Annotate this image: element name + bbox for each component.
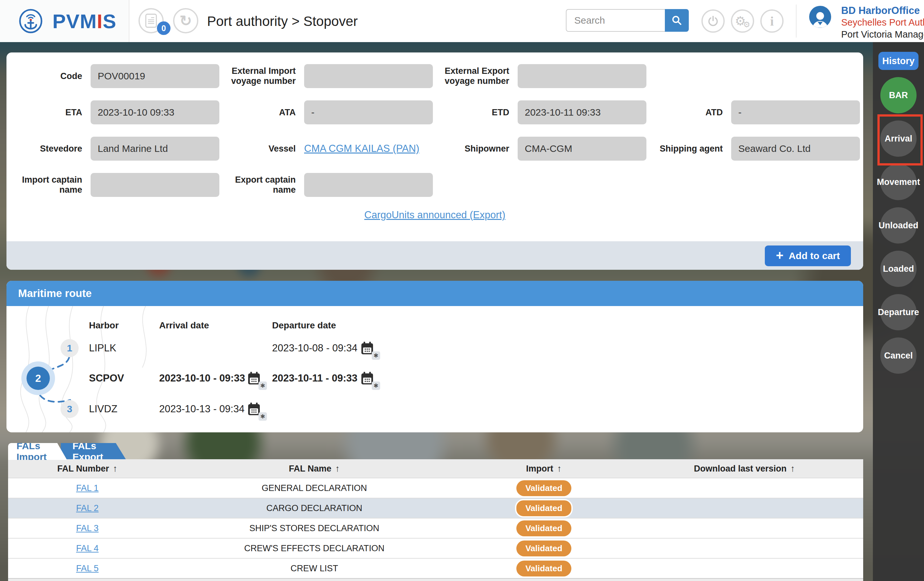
- fal-1-name: GENERAL DECLARATION: [167, 483, 462, 493]
- stop-3-harbor: LIVDZ: [89, 402, 117, 417]
- refresh-button[interactable]: ↻: [173, 8, 198, 33]
- fal-4-name: CREW'S EFFECTS DECLARATION: [167, 543, 462, 553]
- estimated-asterisk-badge: ✱: [259, 412, 267, 421]
- sort-asc-icon: ↑: [557, 463, 562, 473]
- external-import-voyage-field[interactable]: [304, 64, 433, 88]
- fal-4-link[interactable]: FAL 4: [76, 543, 99, 553]
- maritime-route-body: Harbor Arrival date Departure date 1 LIP…: [7, 306, 863, 432]
- estimated-asterisk-badge: ✱: [372, 381, 380, 390]
- external-export-voyage-label: External Export voyage number: [434, 66, 518, 86]
- estimated-asterisk-badge: ✱: [372, 351, 380, 360]
- eta-label: ETA: [7, 108, 91, 118]
- atd-label: ATD: [647, 108, 731, 118]
- col-download-last-version[interactable]: Download last version↑: [626, 463, 863, 474]
- history-button[interactable]: History: [878, 52, 919, 70]
- stop-3-arrival-calendar-button[interactable]: ✱: [246, 401, 262, 417]
- person-icon: [810, 9, 830, 28]
- code-field[interactable]: POV00019: [91, 64, 219, 88]
- code-label: Code: [7, 71, 91, 81]
- sort-asc-icon: ↑: [113, 463, 117, 473]
- logo-zone: PVMIS: [0, 0, 129, 42]
- eta-field[interactable]: 2023-10-10 09:33: [91, 100, 219, 124]
- info-icon: i: [770, 13, 774, 29]
- user-avatar[interactable]: [809, 6, 831, 28]
- user-name: BD HarborOffice: [841, 5, 924, 17]
- stop-2-arrival-calendar-button[interactable]: ✱: [246, 371, 262, 386]
- stop-1-departure-calendar-button[interactable]: ✱: [360, 340, 375, 356]
- loaded-button[interactable]: Loaded: [880, 251, 917, 287]
- app-header: PVMIS 0 ↻ Port authority > Stopover ⚙⚙ i: [0, 0, 924, 42]
- etd-label: ETD: [434, 108, 518, 118]
- fals-table: FAL Number↑ FAL Name↑ Import↑ Download l…: [8, 459, 863, 581]
- stop-1-departure: 2023-10-08 - 09:34: [272, 341, 358, 356]
- tab-fals-import[interactable]: FALs Import: [8, 443, 67, 460]
- fal-2-link[interactable]: FAL 2: [76, 503, 99, 513]
- stop-2-current-halo: 2: [21, 361, 55, 395]
- tab-fals-export[interactable]: FALs Export: [61, 443, 126, 460]
- fal-4-status-badge: Validated: [516, 541, 571, 556]
- col-fal-number[interactable]: FAL Number↑: [8, 463, 167, 474]
- fal-1-status-badge: Validated: [516, 480, 571, 496]
- departure-button[interactable]: Departure: [880, 294, 917, 330]
- import-captain-field[interactable]: [91, 173, 219, 197]
- cargounits-announced-link[interactable]: CargoUnits announced (Export): [364, 209, 505, 220]
- fal-1-link[interactable]: FAL 1: [76, 483, 99, 493]
- fal-2-name: CARGO DECLARATION: [167, 503, 462, 513]
- atd-field[interactable]: -: [731, 100, 860, 124]
- stop-3-arrival: 2023-10-13 - 09:34: [159, 402, 244, 417]
- logout-button[interactable]: [701, 9, 725, 33]
- vessel-link[interactable]: CMA CGM KAILAS (PAN): [304, 143, 419, 154]
- fal-3-link[interactable]: FAL 3: [76, 523, 99, 533]
- export-captain-field[interactable]: [304, 173, 433, 197]
- arrival-button[interactable]: Arrival: [880, 121, 917, 157]
- movement-button[interactable]: Movement: [880, 164, 917, 200]
- external-export-voyage-field[interactable]: [518, 64, 647, 88]
- stopover-form: Code POV00019 External Import voyage num…: [7, 53, 863, 241]
- user-unit: Port Victoria Management: [841, 28, 924, 40]
- info-button[interactable]: i: [760, 9, 784, 33]
- col-import[interactable]: Import↑: [462, 463, 626, 474]
- power-icon: [707, 15, 719, 27]
- fal-5-name: CREW LIST: [167, 563, 462, 574]
- search-bar: [566, 9, 689, 32]
- stop-1-number: 1: [61, 339, 79, 357]
- stopover-actions-sidebar: History BAR Arrival Movement Unloaded Lo…: [873, 42, 924, 581]
- bar-button[interactable]: BAR: [880, 77, 917, 113]
- user-block[interactable]: BD HarborOffice Seychelles Port Authorit…: [841, 5, 924, 40]
- search-input[interactable]: [566, 9, 665, 32]
- stop-1-harbor: LIPLK: [89, 341, 116, 356]
- search-icon: [671, 15, 683, 26]
- settings-button[interactable]: ⚙⚙: [731, 9, 754, 33]
- table-row-fal-1: FAL 1 GENERAL DECLARATION Validated: [8, 478, 863, 498]
- table-row-fal-5: FAL 5 CREW LIST Validated: [8, 558, 863, 578]
- table-row-fal-4: FAL 4 CREW'S EFFECTS DECLARATION Validat…: [8, 538, 863, 558]
- shipowner-field[interactable]: CMA-CGM: [518, 137, 647, 161]
- import-captain-label: Import captain name: [7, 175, 91, 195]
- stopover-card: Code POV00019 External Import voyage num…: [7, 53, 863, 270]
- stop-2-number: 2: [26, 367, 50, 390]
- maritime-route-header: Maritime route: [7, 281, 863, 306]
- ata-field[interactable]: -: [304, 100, 433, 124]
- fals-table-header: FAL Number↑ FAL Name↑ Import↑ Download l…: [8, 459, 863, 478]
- cancel-button[interactable]: Cancel: [880, 338, 917, 374]
- plus-icon: +: [776, 249, 783, 262]
- search-button[interactable]: [665, 9, 689, 32]
- stop-2-arrival: 2023-10-10 - 09:33: [159, 371, 245, 386]
- breadcrumb: Port authority > Stopover: [207, 13, 358, 29]
- etd-field[interactable]: 2023-10-11 09:33: [518, 100, 647, 124]
- refresh-icon: ↻: [180, 12, 192, 30]
- app-logo-text: PVMIS: [53, 10, 117, 33]
- unloaded-button[interactable]: Unloaded: [880, 207, 917, 243]
- pvmis-anchor-logo-icon: [18, 8, 43, 34]
- vessel-label: Vessel: [220, 144, 304, 154]
- stop-3-number: 3: [61, 400, 79, 418]
- stevedore-field[interactable]: Land Marine Ltd: [91, 137, 219, 161]
- col-fal-name[interactable]: FAL Name↑: [167, 463, 462, 474]
- card-action-bar: +Add to cart: [7, 241, 863, 270]
- header-divider: [796, 5, 797, 38]
- shipping-agent-field[interactable]: Seaward Co. Ltd: [731, 137, 860, 161]
- fal-5-link[interactable]: FAL 5: [76, 563, 99, 573]
- departure-date-column-header: Departure date: [272, 320, 336, 331]
- add-to-cart-button[interactable]: +Add to cart: [765, 245, 851, 266]
- stop-2-departure-calendar-button[interactable]: ✱: [360, 371, 375, 386]
